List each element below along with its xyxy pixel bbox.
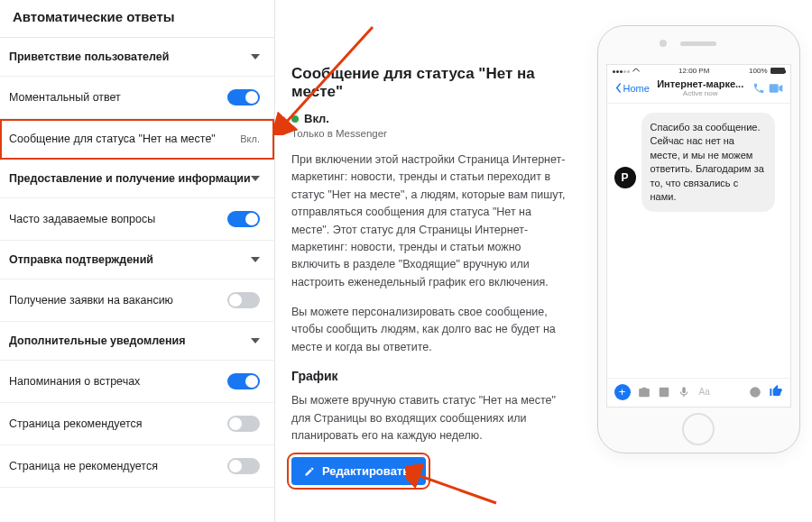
main-title: Сообщение для статуса "Нет на месте" — [291, 65, 567, 101]
row-label: Получение заявки на вакансию — [9, 293, 180, 307]
row-page-not-recommended[interactable]: Страница не рекомендуется — [0, 445, 274, 488]
section-label: Предоставление и получение информации — [9, 172, 251, 185]
chevron-down-icon — [251, 176, 260, 181]
camera-icon[interactable] — [638, 386, 651, 398]
like-icon[interactable] — [769, 383, 783, 400]
chat-name: Интернет-марке... — [652, 78, 749, 89]
row-instant-reply[interactable]: Моментальный ответ — [0, 77, 274, 119]
battery-icon — [770, 68, 785, 74]
row-label: Страница рекомендуется — [9, 417, 150, 431]
toggle-page-recommended[interactable] — [227, 416, 260, 432]
toggle-page-not-recommended[interactable] — [227, 458, 260, 474]
svg-rect-1 — [659, 387, 669, 397]
status-line: Вкл. — [291, 112, 567, 125]
wifi-icon — [632, 67, 640, 74]
mic-icon[interactable] — [678, 386, 690, 398]
emoji-icon[interactable] — [749, 386, 761, 398]
section-label: Отправка подтверждений — [9, 253, 153, 266]
section-additional[interactable]: Дополнительные уведомления — [0, 322, 274, 361]
pencil-icon — [304, 466, 315, 477]
image-icon[interactable] — [658, 386, 670, 398]
phone-frame: 12:00 PM 100% Home Интернет-марке... Act… — [597, 25, 800, 453]
svg-point-2 — [750, 387, 761, 398]
chat-body: P Спасибо за сообщение. Сейчас нас нет н… — [607, 104, 790, 378]
toggle-meetings[interactable] — [227, 373, 260, 389]
signal-icon — [613, 67, 632, 75]
row-label: Сообщение для статуса "Нет на месте" — [9, 132, 223, 146]
statusbar-time: 12:00 PM — [678, 67, 709, 75]
section-label: Приветствие пользователей — [9, 50, 169, 63]
phone-statusbar: 12:00 PM 100% — [607, 65, 790, 75]
chevron-down-icon — [251, 257, 260, 262]
sub-label: Только в Messenger — [291, 128, 567, 139]
sidebar-title: Автоматические ответы — [0, 0, 274, 38]
message-bubble: Спасибо за сообщение. Сейчас нас нет на … — [641, 113, 775, 212]
schedule-title: График — [291, 369, 567, 383]
phone-speaker-icon — [680, 41, 716, 46]
chevron-down-icon — [251, 338, 260, 343]
main-content: Сообщение для статуса "Нет на месте" Вкл… — [275, 0, 585, 522]
message-input[interactable]: Aa — [697, 387, 742, 397]
row-label: Напоминания о встречах — [9, 374, 147, 389]
active-status: Active now — [652, 89, 749, 97]
row-faq[interactable]: Часто задаваемые вопросы — [0, 198, 274, 241]
avatar: P — [614, 167, 636, 188]
status-text: Вкл. — [304, 112, 329, 125]
chevron-down-icon — [251, 54, 260, 60]
chat-header: Home Интернет-марке... Active now — [607, 75, 790, 104]
toggle-instant-reply[interactable] — [227, 89, 260, 105]
section-confirmations[interactable]: Отправка подтверждений — [0, 241, 274, 279]
plus-icon[interactable]: + — [614, 384, 631, 400]
status-label: Вкл. — [240, 133, 260, 144]
edit-button[interactable]: Редактировать — [291, 457, 426, 485]
chat-input-bar: + Aa — [607, 378, 790, 407]
row-label: Моментальный ответ — [9, 90, 128, 105]
toggle-faq[interactable] — [227, 211, 260, 227]
schedule-description: Вы можете вручную ставить статус "Нет на… — [291, 392, 567, 444]
phone-preview: 12:00 PM 100% Home Интернет-марке... Act… — [585, 0, 812, 522]
toggle-vacancy[interactable] — [227, 292, 260, 308]
chevron-left-icon — [614, 83, 623, 93]
home-link[interactable]: Home — [614, 83, 650, 94]
edit-button-label: Редактировать — [322, 464, 410, 478]
section-info[interactable]: Предоставление и получение информации — [0, 160, 274, 198]
svg-rect-0 — [769, 84, 778, 92]
video-icon[interactable] — [769, 83, 783, 94]
description-1: При включении этой настройки Страница Ин… — [291, 151, 567, 291]
row-label: Страница не рекомендуется — [9, 459, 165, 473]
sidebar: Автоматические ответы Приветствие пользо… — [0, 0, 275, 522]
section-greeting[interactable]: Приветствие пользователей — [0, 38, 274, 77]
row-away-message[interactable]: Сообщение для статуса "Нет на месте" Вкл… — [0, 119, 274, 160]
home-button-icon — [682, 413, 715, 445]
phone-screen: 12:00 PM 100% Home Интернет-марке... Act… — [606, 64, 791, 408]
status-dot-icon — [291, 115, 299, 123]
phone-camera-icon — [660, 40, 667, 47]
home-label: Home — [623, 83, 650, 94]
description-2: Вы можете персонализировать свое сообщен… — [291, 304, 567, 356]
statusbar-battery-pct: 100% — [749, 67, 767, 75]
section-label: Дополнительные уведомления — [9, 334, 185, 347]
row-page-recommended[interactable]: Страница рекомендуется — [0, 403, 274, 445]
row-vacancy[interactable]: Получение заявки на вакансию — [0, 279, 274, 322]
row-meetings[interactable]: Напоминания о встречах — [0, 361, 274, 403]
call-icon[interactable] — [752, 83, 766, 94]
row-label: Часто задаваемые вопросы — [9, 212, 162, 226]
chat-title-block: Интернет-марке... Active now — [652, 78, 749, 97]
